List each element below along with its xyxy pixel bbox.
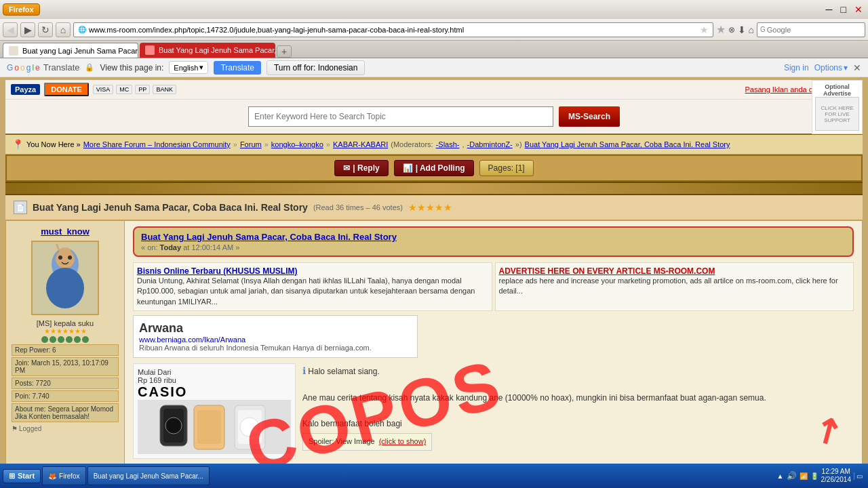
battery-icon: 🔋 xyxy=(810,472,818,480)
breadcrumb-forum3[interactable]: kongko–kongko xyxy=(271,140,323,148)
search-bar[interactable]: G xyxy=(757,22,865,37)
breadcrumb-forum1[interactable]: More Share Forum – Indonesian Community xyxy=(83,140,231,148)
translate-view-text: View this page in: xyxy=(100,63,163,73)
address-input[interactable] xyxy=(89,26,700,34)
tab-label-1: Buat yang Lagi Jenuh Sama Pacar, Co... xyxy=(22,47,138,55)
topic-title-bar: 📄 Buat Yang Lagi Jenuh Sama Pacar, Coba … xyxy=(5,195,863,220)
home-button[interactable]: ⌂ xyxy=(56,22,71,37)
post-header: Buat Yang Lagi Jenuh Sama Pacar, Coba Ba… xyxy=(133,226,854,257)
reply-icon: ✉ xyxy=(343,163,350,173)
google-g-red: o xyxy=(14,63,19,73)
ads-row: Bisnis Online Terbaru (KHUSUS MUSLIM) Du… xyxy=(133,262,854,311)
add-polling-button[interactable]: 📊 | Add Polling xyxy=(394,160,474,176)
tabs-bar: Buat yang Lagi Jenuh Sama Pacar, Co... ✕… xyxy=(0,41,868,58)
search-area: MS-Search xyxy=(5,100,863,135)
avatar-image xyxy=(35,244,96,312)
show-desktop-btn[interactable]: ▭ xyxy=(854,472,863,480)
reply-button[interactable]: ✉ | Reply xyxy=(334,160,388,176)
download-icon[interactable]: ⬇ xyxy=(738,24,746,35)
logged-indicator: ⚑ Logged xyxy=(12,425,119,432)
language-arrow-icon: ▾ xyxy=(199,63,203,72)
logged-label: Logged xyxy=(19,425,41,432)
pages-button[interactable]: Pages: [1] xyxy=(479,160,534,176)
breadcrumb: 📍 You Now Here » More Share Forum – Indo… xyxy=(5,135,863,155)
maximize-icon[interactable]: □ xyxy=(838,4,849,15)
taskbar-page[interactable]: Buat yang Lagi Jenuh Sama Pacar... xyxy=(87,466,210,485)
taskbar-firefox[interactable]: 🦊 Firefox xyxy=(42,466,86,485)
post-line3: Kalo bermanfaat boleh bagi xyxy=(302,419,402,428)
speaker-icon[interactable]: 🔊 xyxy=(787,471,797,481)
history-icon[interactable]: ⊗ xyxy=(728,25,735,35)
back-button[interactable]: ◀ xyxy=(3,22,18,37)
google-icon: G xyxy=(760,26,766,33)
donate-button[interactable]: DONATE xyxy=(44,83,89,96)
ad-title-muslim[interactable]: Bisnis Online Terbaru (KHUSUS MUSLIM) xyxy=(137,266,488,276)
spoiler-bar: Spoiler: View Image (click to show) xyxy=(302,433,432,451)
firefox-menu-button[interactable]: Firefox xyxy=(3,3,40,16)
time-label: at 12:00:14 AM » xyxy=(183,243,239,251)
bookmark-btn[interactable]: ★ xyxy=(716,23,726,36)
home-extra-icon[interactable]: ⌂ xyxy=(749,24,754,35)
casio-logo[interactable]: CASIO xyxy=(138,384,291,400)
polling-icon: 📊 xyxy=(403,163,413,173)
google-g-yellow: o xyxy=(20,63,25,73)
sign-in-link[interactable]: Sign in xyxy=(784,63,809,73)
breadcrumb-sep3: » xyxy=(326,140,330,148)
translate-close-button[interactable]: ✕ xyxy=(853,62,861,73)
taskbar: ⊞ Start 🦊 Firefox Buat yang Lagi Jenuh S… xyxy=(0,464,868,488)
casio-watches-image xyxy=(153,402,275,453)
language-select-button[interactable]: English ▾ xyxy=(169,61,208,74)
moderator-1[interactable]: -Slash- xyxy=(436,140,460,148)
forward-button[interactable]: ▶ xyxy=(20,22,35,37)
casio-price: Rp 169 ribu xyxy=(138,376,291,384)
ad-block-muslim: Bisnis Online Terbaru (KHUSUS MUSLIM) Du… xyxy=(133,262,492,311)
breadcrumb-sep2: » xyxy=(264,140,269,148)
tab-2[interactable]: Buat Yang Lagi Jenuh Sama Pacar, Co... ✕ xyxy=(140,43,275,58)
turn-off-button[interactable]: Turn off for: Indonesian xyxy=(267,60,365,75)
title-bar: Firefox ─ □ ✕ xyxy=(0,0,868,19)
today-label: Today xyxy=(160,243,182,251)
ad-content-muslim: Dunia Untung, Akhirat Selamat (Insya All… xyxy=(137,276,488,307)
bookmark-icon[interactable]: ★ xyxy=(700,24,709,35)
arwana-title[interactable]: Arwana xyxy=(139,321,412,336)
translate-button[interactable]: Translate xyxy=(214,61,261,75)
decorative-border xyxy=(5,182,863,195)
site-search-button[interactable]: MS-Search xyxy=(559,106,620,127)
page-wrapper: Payza DONATE VISA MC PP BANK Pasang Ikla… xyxy=(0,77,868,468)
topic-star-rating[interactable]: ★★★★★ xyxy=(408,202,452,213)
post-line1: Halo selamat siang. xyxy=(308,367,379,376)
taskbar-expand-icon[interactable]: ▲ xyxy=(777,472,784,480)
post-title-link[interactable]: Buat Yang Lagi Jenuh Sama Pacar, Coba Ba… xyxy=(141,232,397,242)
you-now-text: You Now Here » xyxy=(26,140,81,148)
taskbar-time-display: 12:29 AM xyxy=(821,468,852,476)
svg-point-8 xyxy=(165,418,182,434)
mod-end: ») xyxy=(515,140,522,148)
info-icon: ℹ xyxy=(302,365,306,376)
site-search-input[interactable] xyxy=(248,106,553,127)
close-icon[interactable]: ✕ xyxy=(852,4,865,15)
moderator-2[interactable]: -DabmintonZ- xyxy=(467,140,513,148)
karma-dot-3 xyxy=(58,336,64,343)
tab-1[interactable]: Buat yang Lagi Jenuh Sama Pacar, Co... ✕ xyxy=(3,43,138,58)
minimize-icon[interactable]: ─ xyxy=(823,4,835,15)
new-tab-button[interactable]: + xyxy=(277,45,292,58)
spoiler-click-link[interactable]: (click to show) xyxy=(379,436,427,448)
options-button[interactable]: Options ▾ xyxy=(814,63,848,73)
breadcrumb-forum4[interactable]: KABAR-KABARI xyxy=(333,140,388,148)
address-bar[interactable]: 🌐 ★ xyxy=(73,22,713,37)
breadcrumb-forum2[interactable]: Forum xyxy=(240,140,262,148)
refresh-button[interactable]: ↻ xyxy=(38,22,53,37)
svg-point-2 xyxy=(46,268,84,308)
start-button[interactable]: ⊞ Start xyxy=(3,469,41,483)
taskbar-firefox-icon: 🦊 xyxy=(48,472,56,480)
post-text: ℹ Halo selamat siang. Ane mau cerita ten… xyxy=(302,363,854,459)
ad-image-placeholder: CLICK HERE FOR LIVE SUPPORT xyxy=(815,97,859,131)
ad-title-advertise[interactable]: ADVERTISE HERE ON EVERY ARTICLE MS-ROOM.… xyxy=(499,266,850,276)
spoiler-label: Spoiler: View Image xyxy=(309,436,375,448)
search-input[interactable] xyxy=(767,26,848,34)
posts-line: Posts: 7720 xyxy=(12,378,119,389)
breadcrumb-topic[interactable]: Buat Yang Lagi Jenuh Sama Pacar, Coba Ba… xyxy=(525,140,730,148)
username-link[interactable]: must_know xyxy=(41,226,90,237)
moderator-label: (Moderators: xyxy=(391,140,433,148)
karma-dot-2 xyxy=(50,336,56,343)
